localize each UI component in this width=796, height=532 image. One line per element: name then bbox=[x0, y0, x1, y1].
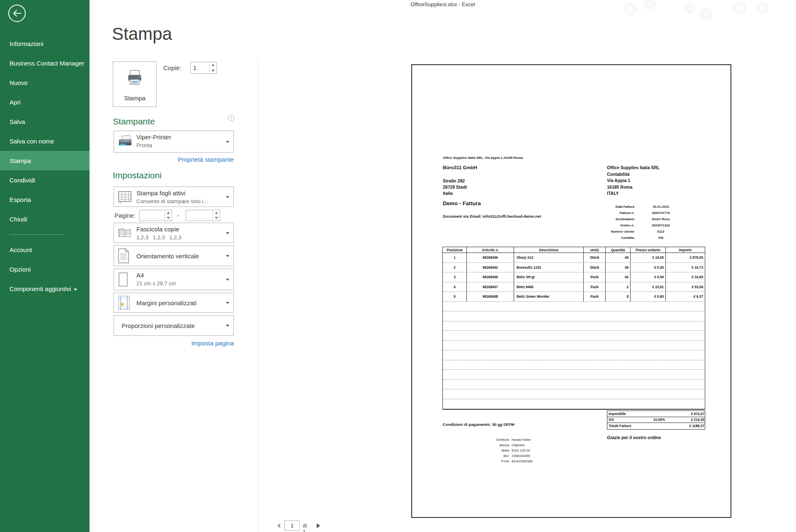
table-cell: 4 bbox=[443, 282, 467, 292]
scaling-selector[interactable]: Proporzioni personalizzate bbox=[114, 315, 234, 336]
print-what-subtitle: Consente di stampare solo i... bbox=[136, 198, 224, 204]
table-row: 298168462Bureaufix 1232Stück36€ 0,30€ 10… bbox=[443, 263, 705, 273]
worksheet-icon bbox=[117, 190, 132, 204]
invoice-detail-row: DestinatarioDieter Ross bbox=[570, 216, 686, 222]
page-setup-link[interactable]: Imposta pagina bbox=[114, 340, 234, 347]
print-button[interactable]: Stampa bbox=[113, 61, 157, 107]
totals-rate: 22,00% bbox=[641, 417, 678, 423]
printer-selector[interactable]: Viper-Printer Pronta bbox=[114, 131, 234, 153]
sidebar-item-label: Chiudi bbox=[10, 216, 27, 223]
print-button-label: Stampa bbox=[113, 95, 156, 102]
table-empty-row bbox=[443, 399, 705, 409]
table-empty-row bbox=[443, 360, 705, 370]
invoice-footer-row: P.IVA:EE443362366 bbox=[444, 459, 533, 464]
table-cell: 5 bbox=[443, 292, 467, 301]
preview-page: Office Supplies Italia SRL, Via Appia 1,… bbox=[411, 64, 731, 518]
sidebar-nav: InformazioniBusiness Contact ManagerNuov… bbox=[0, 34, 90, 299]
table-row: 498168457Beitz 9456Pack2€ 23,81€ 53,09 bbox=[443, 282, 705, 292]
column-header: Posizione bbox=[443, 247, 467, 253]
column-header: Quantità bbox=[606, 247, 631, 253]
spin-up-icon[interactable] bbox=[165, 210, 172, 216]
table-cell: Pack bbox=[584, 282, 606, 292]
sidebar-item-apri[interactable]: Apri bbox=[0, 92, 90, 112]
pages-from-input[interactable] bbox=[140, 210, 165, 221]
printer-icon bbox=[126, 69, 144, 87]
spin-up-icon[interactable] bbox=[210, 62, 216, 68]
table-cell: 45 bbox=[606, 253, 631, 262]
table-empty-row bbox=[443, 331, 705, 341]
table-row: 398168459Beitz SH grPack42€ 0,59€ 24,83 bbox=[443, 272, 705, 282]
invoice-doc-title: Demo - Fattura bbox=[443, 200, 481, 206]
sidebar-item-informazioni[interactable]: Informazioni bbox=[0, 34, 90, 53]
totals-rate bbox=[641, 411, 678, 417]
page-title: Stampa bbox=[112, 24, 172, 44]
current-page-input[interactable] bbox=[285, 521, 299, 530]
table-cell: Stück bbox=[584, 253, 606, 262]
previous-page-icon[interactable] bbox=[277, 523, 280, 528]
excel-backstage-window: OfficeSuppliesl.xlsx - Excel Informazion… bbox=[0, 0, 796, 532]
margins-selector[interactable]: Margini personalizzati bbox=[114, 293, 234, 313]
spin-up-icon[interactable] bbox=[213, 210, 220, 216]
footer-label: IBAN: bbox=[444, 449, 510, 452]
portrait-page-icon bbox=[117, 248, 130, 264]
collate-icon bbox=[117, 226, 132, 240]
table-cell: € 53,09 bbox=[666, 282, 705, 292]
table-cell: Beitz Green Wonder bbox=[514, 292, 584, 301]
copies-input[interactable] bbox=[191, 62, 209, 73]
printer-status: Pronta bbox=[136, 142, 224, 148]
column-header: Prezzo unitario bbox=[631, 247, 666, 253]
copies-stepper bbox=[190, 62, 217, 74]
printer-properties-link[interactable]: Proprietà stampante bbox=[114, 156, 234, 163]
sidebar-item-esporta[interactable]: Esporta bbox=[0, 190, 90, 209]
table-row: 598168458Beitz Green WonderPack8€ 0,80€ … bbox=[443, 292, 705, 302]
detail-value: 3023671323 bbox=[636, 223, 686, 227]
sidebar-item-label: Condividi bbox=[10, 177, 35, 184]
table-cell: € 24,83 bbox=[666, 272, 705, 282]
paper-size-selector[interactable]: A4 21 cm x 29,7 cm bbox=[114, 269, 234, 290]
invoice-buyer-name: Büro311 GmbH bbox=[443, 165, 477, 170]
table-cell: € 879,05 bbox=[666, 253, 705, 262]
footer-value: 5323 129 09 bbox=[512, 449, 530, 452]
column-header: Unità bbox=[584, 247, 606, 253]
sidebar-item-label: Esporta bbox=[10, 196, 31, 203]
table-cell: 2 bbox=[443, 263, 467, 272]
current-page-box bbox=[284, 520, 300, 531]
paper-size-subtitle: 21 cm x 29,7 cm bbox=[136, 280, 224, 287]
sidebar-item-stampa[interactable]: Stampa bbox=[0, 151, 90, 170]
back-button[interactable] bbox=[8, 5, 26, 22]
margins-icon bbox=[117, 295, 131, 310]
spin-down-icon[interactable] bbox=[165, 216, 172, 221]
invoice-footer-row: IBAN:5323 129 09 bbox=[444, 448, 533, 453]
sidebar-item-salva-con-nome[interactable]: Salva con nome bbox=[0, 131, 90, 151]
totals-row: IVA22,00%€ 214,30 bbox=[607, 417, 705, 423]
table-empty-row bbox=[443, 302, 705, 312]
table-cell: 42 bbox=[606, 272, 631, 282]
paper-size-icon bbox=[117, 272, 129, 287]
table-cell: 2 bbox=[606, 282, 631, 292]
table-row: 198168456Sharp X12Stück45€ 19,50€ 879,05 bbox=[443, 253, 705, 263]
collation-selector[interactable]: Fascicola copie 1,2,3 1,2,3 1,2,3 bbox=[114, 223, 234, 243]
spin-down-icon[interactable] bbox=[210, 68, 216, 74]
sidebar-item-account[interactable]: Account bbox=[0, 240, 90, 260]
sidebar-item-componenti-aggiuntivi[interactable]: Componenti aggiuntivi bbox=[0, 279, 90, 299]
sidebar-item-nuovo[interactable]: Nuovo bbox=[0, 73, 90, 92]
invoice-detail-row: ContattoFI8 bbox=[570, 235, 686, 241]
sidebar-item-business-contact-manager[interactable]: Business Contact Manager bbox=[0, 53, 90, 73]
next-page-icon[interactable] bbox=[317, 523, 320, 528]
titlebar: OfficeSuppliesl.xlsx - Excel bbox=[90, 0, 796, 12]
table-cell: € 6,37 bbox=[666, 292, 705, 301]
print-what-selector[interactable]: Stampa fogli attivi Consente di stampare… bbox=[114, 187, 234, 207]
sidebar-item-chiudi[interactable]: Chiudi bbox=[0, 209, 90, 229]
sidebar-item-opzioni[interactable]: Opzioni bbox=[0, 260, 90, 279]
pages-to-input[interactable] bbox=[186, 210, 213, 221]
sidebar-item-condividi[interactable]: Condividi bbox=[0, 170, 90, 190]
invoice-thanks-note: Grazie per il vostro ordine bbox=[607, 435, 661, 440]
info-icon[interactable] bbox=[228, 115, 234, 121]
orientation-title: Orientamento verticale bbox=[136, 253, 199, 260]
orientation-selector[interactable]: Orientamento verticale bbox=[114, 245, 234, 266]
printer-name: Viper-Printer bbox=[136, 134, 171, 141]
sidebar-item-label: Nuovo bbox=[10, 79, 27, 86]
sidebar-item-salva[interactable]: Salva bbox=[0, 112, 90, 131]
spin-down-icon[interactable] bbox=[213, 216, 220, 221]
table-empty-row bbox=[443, 311, 705, 321]
